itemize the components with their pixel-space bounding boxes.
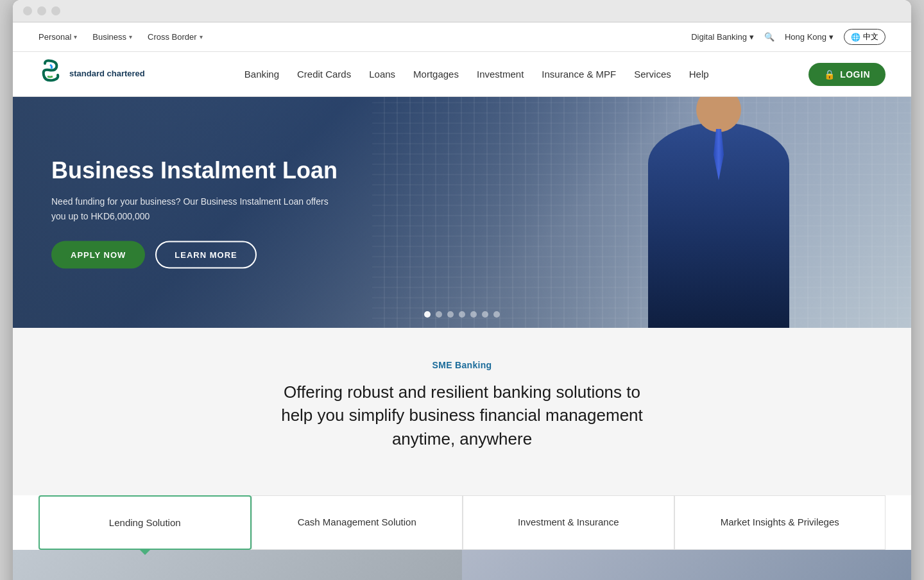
sme-headline: Offering robust and resilient banking so…: [270, 380, 654, 450]
sme-section-label: SME Banking: [38, 360, 886, 370]
sme-section: SME Banking Offering robust and resilien…: [13, 328, 911, 495]
nav-loans[interactable]: Loans: [369, 69, 395, 80]
person-head: [696, 97, 741, 132]
login-button[interactable]: 🔒 LOGIN: [809, 63, 886, 86]
nav-hong-kong[interactable]: Hong Kong ▾: [785, 32, 834, 42]
nav-mortgages[interactable]: Mortgages: [413, 69, 459, 80]
carousel-dot-7[interactable]: [493, 311, 500, 318]
search-icon: 🔍: [764, 32, 774, 42]
hero-buttons: APPLY NOW LEARN MORE: [51, 241, 340, 268]
top-nav-right: Digital Banking ▾ 🔍 Hong Kong ▾ 🌐 中文: [691, 29, 886, 45]
carousel-dot-3[interactable]: [447, 311, 454, 318]
lang-toggle[interactable]: 🌐 中文: [844, 29, 886, 45]
nav-investment[interactable]: Investment: [477, 69, 524, 80]
hero-person-illustration: [622, 110, 815, 328]
browser-window: Personal ▾ Business ▾ Cross Border ▾ Dig…: [13, 0, 911, 580]
nav-search[interactable]: 🔍: [764, 32, 774, 42]
carousel-dot-2[interactable]: [436, 311, 442, 318]
person-tie: [712, 129, 725, 180]
hero-content: Business Instalment Loan Need funding fo…: [51, 157, 340, 269]
carousel-dots: [424, 311, 500, 318]
solution-cards-row: Lending Solution Cash Management Solutio…: [38, 495, 886, 550]
main-nav-links: Banking Credit Cards Loans Mortgages Inv…: [244, 69, 709, 80]
nav-banking[interactable]: Banking: [244, 69, 279, 80]
learn-more-button[interactable]: LEARN MORE: [155, 241, 256, 268]
nav-help[interactable]: Help: [689, 69, 709, 80]
card-lending-solution[interactable]: Lending Solution: [38, 495, 252, 550]
nav-business[interactable]: Business ▾: [92, 32, 132, 42]
card-investment-insurance[interactable]: Investment & Insurance: [463, 495, 674, 550]
chevron-down-icon: ▾: [200, 33, 203, 40]
nav-cross-border[interactable]: Cross Border ▾: [148, 32, 203, 42]
nav-personal[interactable]: Personal ▾: [38, 32, 77, 42]
carousel-dot-4[interactable]: [459, 311, 465, 318]
nav-digital-banking[interactable]: Digital Banking ▾: [691, 32, 754, 42]
hero-title: Business Instalment Loan: [51, 157, 340, 184]
card-cash-management[interactable]: Cash Management Solution: [252, 495, 463, 550]
nav-credit-cards[interactable]: Credit Cards: [297, 69, 351, 80]
browser-dot-close[interactable]: [23, 6, 32, 15]
globe-icon: 🌐: [851, 33, 860, 42]
browser-dot-maximize[interactable]: [51, 6, 60, 15]
card-market-insights[interactable]: Market Insights & Privileges: [674, 495, 886, 550]
nav-services[interactable]: Services: [634, 69, 671, 80]
carousel-dot-1[interactable]: [424, 311, 431, 318]
carousel-dot-6[interactable]: [482, 311, 488, 318]
chevron-down-icon: ▾: [129, 33, 132, 40]
hero-description: Need funding for your business? Our Busi…: [51, 194, 340, 223]
apply-now-button[interactable]: APPLY NOW: [51, 241, 145, 268]
browser-dot-minimize[interactable]: [37, 6, 46, 15]
browser-chrome: [13, 0, 911, 22]
preview-item-2: [462, 550, 911, 580]
person-body: [648, 123, 789, 328]
nav-insurance-mpf[interactable]: Insurance & MPF: [542, 69, 616, 80]
hero-banner: Business Instalment Loan Need funding fo…: [13, 97, 911, 328]
chevron-down-icon: ▾: [829, 32, 834, 42]
carousel-dot-5[interactable]: [470, 311, 477, 318]
logo-text: standard chartered: [69, 69, 145, 80]
lock-icon: 🔒: [824, 69, 835, 80]
main-nav: standard chartered Banking Credit Cards …: [13, 52, 911, 97]
preview-item-1: [13, 550, 462, 580]
chevron-down-icon: ▾: [74, 33, 77, 40]
chevron-down-icon: ▾: [749, 32, 754, 42]
logo-icon: [38, 58, 64, 90]
top-nav-left: Personal ▾ Business ▾ Cross Border ▾: [38, 32, 203, 42]
top-nav: Personal ▾ Business ▾ Cross Border ▾ Dig…: [13, 22, 911, 52]
logo[interactable]: standard chartered: [38, 58, 145, 90]
